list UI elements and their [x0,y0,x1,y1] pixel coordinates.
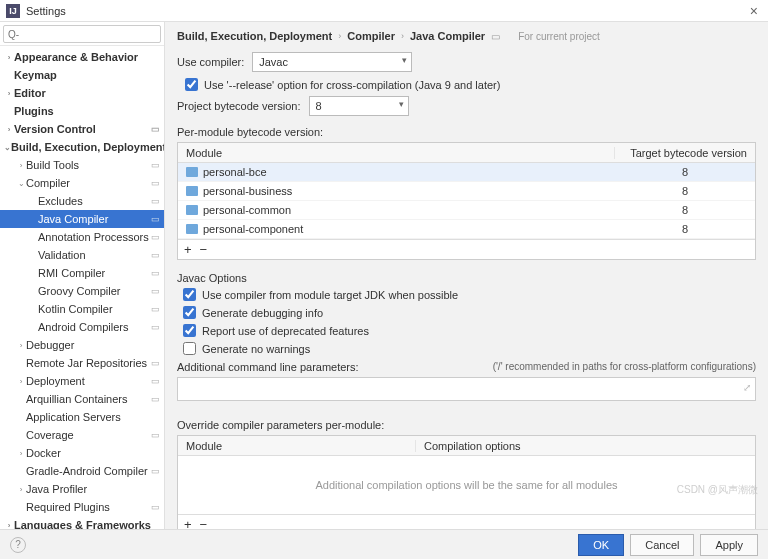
col-target-version[interactable]: Target bytecode version [615,147,755,159]
search-input[interactable] [3,25,161,43]
tree-item-excludes[interactable]: Excludes▭ [0,192,164,210]
table-row[interactable]: personal-common8 [178,201,755,220]
tree-item-debugger[interactable]: ›Debugger [0,336,164,354]
tree-item-java-profiler[interactable]: ›Java Profiler [0,480,164,498]
breadcrumb-1[interactable]: Build, Execution, Deployment [177,30,332,42]
tree-arrow-icon: › [4,125,14,134]
project-scope-icon: ▭ [151,232,160,242]
search-box [0,22,164,46]
tree-item-validation[interactable]: Validation▭ [0,246,164,264]
no-warnings-checkbox[interactable] [183,342,196,355]
breadcrumb-3: Java Compiler [410,30,485,42]
project-scope-icon: ▭ [151,178,160,188]
cmdline-params-hint: ('/' recommended in paths for cross-plat… [493,361,756,373]
project-scope-icon: ▭ [151,268,160,278]
chevron-right-icon: › [338,31,341,41]
tree-item-coverage[interactable]: Coverage▭ [0,426,164,444]
tree-item-required-plugins[interactable]: Required Plugins▭ [0,498,164,516]
tree-arrow-icon: › [16,161,26,170]
override-add-button[interactable]: + [184,518,192,529]
override-remove-button[interactable]: − [200,518,208,529]
tree-item-appearance-behavior[interactable]: ›Appearance & Behavior [0,48,164,66]
settings-tree: ›Appearance & BehaviorKeymap›EditorPlugi… [0,46,164,529]
deprecated-label: Report use of deprecated features [202,325,369,337]
tree-item-gradle-android-compiler[interactable]: Gradle-Android Compiler▭ [0,462,164,480]
tree-item-build-tools[interactable]: ›Build Tools▭ [0,156,164,174]
tree-arrow-icon: › [16,449,26,458]
tree-arrow-icon: › [16,341,26,350]
tree-item-version-control[interactable]: ›Version Control▭ [0,120,164,138]
table-row[interactable]: personal-bce8 [178,163,755,182]
tree-arrow-icon: › [16,485,26,494]
close-icon[interactable]: × [746,3,762,19]
tree-item-kotlin-compiler[interactable]: Kotlin Compiler▭ [0,300,164,318]
tree-item-application-servers[interactable]: Application Servers [0,408,164,426]
tree-item-label: Version Control [14,123,96,135]
tree-item-editor[interactable]: ›Editor [0,84,164,102]
override-empty-text: Additional compilation options will be t… [178,456,755,514]
tree-item-label: Build, Execution, Deployment [11,141,164,153]
target-version-cell[interactable]: 8 [615,185,755,197]
tree-item-plugins[interactable]: Plugins [0,102,164,120]
override-col-options[interactable]: Compilation options [416,440,755,452]
target-version-cell[interactable]: 8 [615,223,755,235]
tree-item-label: Android Compilers [38,321,128,333]
breadcrumb-2[interactable]: Compiler [347,30,395,42]
module-name: personal-business [203,185,292,197]
deprecated-checkbox[interactable] [183,324,196,337]
add-module-button[interactable]: + [184,243,192,256]
table-row[interactable]: personal-component8 [178,220,755,239]
target-version-cell[interactable]: 8 [615,166,755,178]
tree-item-label: Required Plugins [26,501,110,513]
tree-item-rmi-compiler[interactable]: RMI Compiler▭ [0,264,164,282]
apply-button[interactable]: Apply [700,534,758,556]
debug-info-checkbox[interactable] [183,306,196,319]
debug-info-label: Generate debugging info [202,307,323,319]
target-version-cell[interactable]: 8 [615,204,755,216]
table-row[interactable]: personal-business8 [178,182,755,201]
tree-item-remote-jar-repositories[interactable]: Remote Jar Repositories▭ [0,354,164,372]
override-label: Override compiler parameters per-module: [177,419,756,431]
remove-module-button[interactable]: − [200,243,208,256]
override-col-module[interactable]: Module [178,440,416,452]
tree-item-label: Editor [14,87,46,99]
tree-item-groovy-compiler[interactable]: Groovy Compiler▭ [0,282,164,300]
module-name: personal-common [203,204,291,216]
tree-item-languages-frameworks[interactable]: ›Languages & Frameworks [0,516,164,529]
override-table: Module Compilation options Additional co… [177,435,756,529]
tree-item-label: Keymap [14,69,57,81]
tree-item-compiler[interactable]: ⌄Compiler▭ [0,174,164,192]
project-scope-icon: ▭ [151,466,160,476]
project-icon: ▭ [491,31,500,42]
tree-item-label: Excludes [38,195,83,207]
app-icon: IJ [6,4,20,18]
project-scope-icon: ▭ [151,160,160,170]
use-compiler-select[interactable]: Javac [252,52,412,72]
cmdline-params-input[interactable]: ⤢ [177,377,756,401]
tree-item-annotation-processors[interactable]: Annotation Processors▭ [0,228,164,246]
tree-item-arquillian-containers[interactable]: Arquillian Containers▭ [0,390,164,408]
tree-item-keymap[interactable]: Keymap [0,66,164,84]
ok-button[interactable]: OK [578,534,624,556]
tree-item-build-execution-deployment[interactable]: ⌄Build, Execution, Deployment [0,138,164,156]
project-scope-icon: ▭ [151,502,160,512]
tree-arrow-icon: › [4,89,14,98]
tree-item-label: Deployment [26,375,85,387]
bytecode-version-select[interactable]: 8 [309,96,409,116]
tree-item-android-compilers[interactable]: Android Compilers▭ [0,318,164,336]
help-icon[interactable]: ? [10,537,26,553]
use-module-jdk-checkbox[interactable] [183,288,196,301]
cancel-button[interactable]: Cancel [630,534,694,556]
col-module[interactable]: Module [178,147,615,159]
expand-icon[interactable]: ⤢ [743,382,751,393]
release-option-checkbox[interactable] [185,78,198,91]
use-module-jdk-label: Use compiler from module target JDK when… [202,289,458,301]
dialog-footer: ? OK Cancel Apply [0,529,768,559]
project-scope-icon: ▭ [151,196,160,206]
tree-item-deployment[interactable]: ›Deployment▭ [0,372,164,390]
tree-item-docker[interactable]: ›Docker [0,444,164,462]
tree-arrow-icon: › [4,53,14,62]
tree-item-label: Appearance & Behavior [14,51,138,63]
watermark: CSDN @风声潮微 [677,483,758,497]
tree-item-java-compiler[interactable]: Java Compiler▭ [0,210,164,228]
